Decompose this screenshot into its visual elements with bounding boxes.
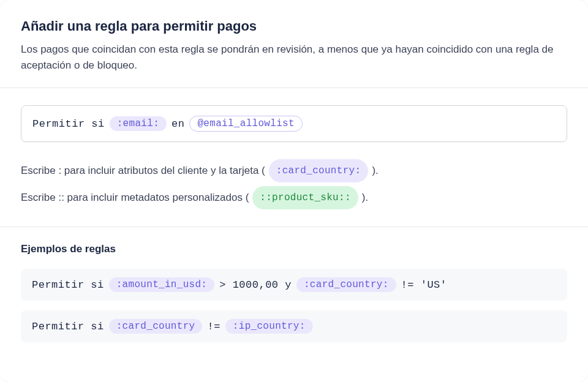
page-title: Añadir una regla para permitir pagos [21,18,567,34]
email-attribute-token[interactable]: :email: [110,116,167,131]
example-rule-2[interactable]: Permitir si :card_country != :ip_country… [21,310,567,342]
hint-attributes: Escribe : para incluir atributos del cli… [21,159,567,182]
hint-text-suffix: ). [372,160,378,181]
rule-prefix: Permitir si [32,279,104,291]
card-country-token: :card_country: [296,277,396,292]
rule-editor-panel: Añadir una regla para permitir pagos Los… [0,0,588,382]
rule-prefix: Permitir si [32,321,104,332]
rule-operator: > 1000,00 y [219,279,292,291]
amount-in-usd-token: :amount_in_usd: [109,277,215,292]
hint-text: Escribe : para incluir atributos del cli… [21,160,265,181]
hint-text-suffix: ). [362,187,368,208]
hint-text: Escribe :: para incluir metadatos person… [21,187,249,208]
panel-content: Permitir si :email: en @email_allowlist … [0,88,588,342]
page-subtitle: Los pagos que coincidan con esta regla s… [21,42,567,73]
syntax-hints: Escribe : para incluir atributos del cli… [21,159,567,209]
examples-title: Ejemplos de reglas [21,243,567,255]
hint-metadata: Escribe :: para incluir metadatos person… [21,186,567,209]
rule-operator: != 'US' [401,279,447,291]
rule-operator: != [207,321,220,332]
example-rule-1[interactable]: Permitir si :amount_in_usd: > 1000,00 y … [21,269,567,301]
card-country-token: :card_country [109,319,203,334]
rule-expression-input[interactable]: Permitir si :email: en @email_allowlist [21,105,567,142]
email-allowlist-token[interactable]: @email_allowlist [189,116,302,132]
rule-operator: en [172,118,184,130]
ip-country-token: :ip_country: [225,319,313,334]
examples-section: Ejemplos de reglas Permitir si :amount_i… [21,227,567,342]
panel-header: Añadir una regla para permitir pagos Los… [0,0,588,88]
card-country-token: :card_country: [269,159,369,182]
rule-prefix: Permitir si [32,118,105,130]
product-sku-token: ::product_sku:: [252,186,358,209]
